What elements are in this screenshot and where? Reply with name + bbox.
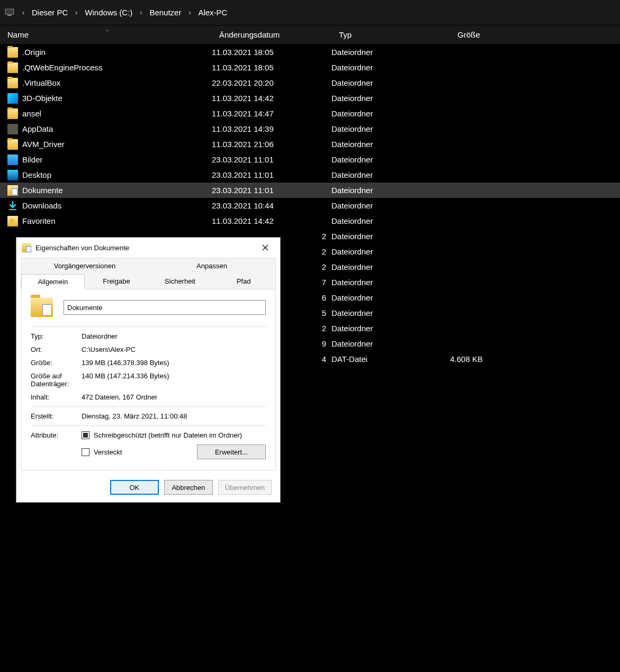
file-type: Dateiordner xyxy=(331,232,450,241)
dialog-title: Eigenschaften von Dokumente xyxy=(35,244,254,252)
breadcrumb-item[interactable]: Dieser PC xyxy=(28,6,72,19)
tab-customize[interactable]: Anpassen xyxy=(148,258,275,274)
folder-icon xyxy=(7,47,18,58)
file-type: Dateiordner xyxy=(331,124,450,133)
dialog-inner: Vorgängerversionen Anpassen Allgemein Fr… xyxy=(21,258,276,470)
folder-icon xyxy=(7,108,18,119)
file-size: 4.608 KB xyxy=(450,355,620,364)
folder-name-input[interactable] xyxy=(64,300,266,315)
properties-dialog: Eigenschaften von Dokumente Vorgängerver… xyxy=(16,237,281,503)
advanced-button[interactable]: Erweitert... xyxy=(197,444,266,459)
file-date: 23.03.2021 11:01 xyxy=(212,155,331,164)
chevron-icon: › xyxy=(19,9,28,16)
file-row[interactable]: ansel11.03.2021 14:47Dateiordner xyxy=(0,106,620,121)
file-name: .VirtualBox xyxy=(22,78,212,87)
file-type: Dateiordner xyxy=(331,324,450,333)
downloads-icon xyxy=(7,201,18,211)
column-header-name[interactable]: Name ˄ xyxy=(0,30,212,39)
value-size-on-disk: 140 MB (147.214.336 Bytes) xyxy=(82,372,266,388)
file-row[interactable]: Dokumente23.03.2021 11:01Dateiordner xyxy=(0,183,620,198)
label-contents: Inhalt: xyxy=(31,393,82,401)
tab-row-top: Vorgängerversionen Anpassen xyxy=(21,258,275,274)
file-type: Dateiordner xyxy=(331,94,450,103)
ok-button[interactable]: OK xyxy=(110,480,159,495)
pc-icon xyxy=(4,7,15,18)
file-name: Downloads xyxy=(22,201,212,210)
file-row[interactable]: Bilder23.03.2021 11:01Dateiordner xyxy=(0,152,620,167)
label-size-on-disk: Größe auf Datenträger: xyxy=(31,372,82,388)
chevron-icon: › xyxy=(72,9,80,16)
file-row[interactable]: .QtWebEngineProcess11.03.2021 18:05Datei… xyxy=(0,60,620,75)
value-size: 139 MB (146.378.398 Bytes) xyxy=(82,359,266,367)
file-type: Dateiordner xyxy=(331,48,450,57)
file-name: ansel xyxy=(22,109,212,118)
value-type: Dateiordner xyxy=(82,332,266,340)
label-attributes: Attribute: xyxy=(31,431,82,439)
label-readonly: Schreibgeschützt (betrifft nur Dateien i… xyxy=(94,431,242,439)
label-type: Typ: xyxy=(31,332,82,340)
cancel-button[interactable]: Abbrechen xyxy=(164,480,213,495)
file-date: 11.03.2021 14:39 xyxy=(212,124,331,133)
folder-icon xyxy=(7,62,18,73)
column-header-size[interactable]: Größe xyxy=(450,30,620,39)
tab-general[interactable]: Allgemein xyxy=(21,274,85,289)
label-size: Größe: xyxy=(31,359,82,367)
close-icon xyxy=(262,244,268,251)
column-header-type[interactable]: Typ xyxy=(331,30,450,39)
file-type: Dateiordner xyxy=(331,339,450,348)
breadcrumb-item[interactable]: Windows (C:) xyxy=(80,6,137,19)
label-created: Erstellt: xyxy=(31,412,82,420)
column-header-date[interactable]: Änderungsdatum xyxy=(212,30,331,39)
svg-rect-1 xyxy=(7,15,12,16)
file-row[interactable]: 3D-Objekte11.03.2021 14:42Dateiordner xyxy=(0,90,620,106)
file-row[interactable]: Desktop23.03.2021 11:01Dateiordner xyxy=(0,167,620,183)
file-date: 23.03.2021 11:01 xyxy=(212,170,331,179)
column-label: Größe xyxy=(457,30,480,39)
file-date: 23.03.2021 10:44 xyxy=(212,201,331,210)
close-button[interactable] xyxy=(254,240,277,256)
file-date: 23.03.2021 11:01 xyxy=(212,186,331,195)
file-row[interactable]: .Origin11.03.2021 18:05Dateiordner xyxy=(0,44,620,60)
documents-icon xyxy=(7,185,18,196)
tab-security[interactable]: Sicherheit xyxy=(148,274,212,289)
checkbox-hidden[interactable] xyxy=(82,448,89,456)
file-row[interactable]: Downloads23.03.2021 10:44Dateiordner xyxy=(0,198,620,213)
file-type: Dateiordner xyxy=(331,170,450,179)
file-type: Dateiordner xyxy=(331,155,450,164)
tab-location[interactable]: Pfad xyxy=(212,274,275,289)
tab-row-bottom: Allgemein Freigabe Sicherheit Pfad xyxy=(21,274,275,289)
appdata-icon xyxy=(7,124,18,134)
breadcrumb-item[interactable]: Alex-PC xyxy=(194,6,231,19)
file-type: Dateiordner xyxy=(331,293,450,302)
file-name: Bilder xyxy=(22,155,212,164)
chevron-icon: › xyxy=(185,9,194,16)
file-date: 11.03.2021 14:42 xyxy=(212,216,331,225)
file-type: Dateiordner xyxy=(331,247,450,256)
file-type: Dateiordner xyxy=(331,140,450,149)
tab-previous-versions[interactable]: Vorgängerversionen xyxy=(21,258,148,274)
breadcrumb-item[interactable]: Benutzer xyxy=(145,6,185,19)
file-row[interactable]: AVM_Driver11.03.2021 21:06Dateiordner xyxy=(0,137,620,152)
file-date: 11.03.2021 18:05 xyxy=(212,63,331,72)
checkbox-readonly[interactable] xyxy=(82,431,89,439)
file-name: Favoriten xyxy=(22,216,212,225)
3d-objects-icon xyxy=(7,93,18,104)
dialog-button-row: OK Abbrechen Übernehmen xyxy=(16,475,280,502)
file-type: Dateiordner xyxy=(331,186,450,195)
file-row[interactable]: AppData11.03.2021 14:39Dateiordner xyxy=(0,121,620,137)
folder-icon xyxy=(7,78,18,88)
file-row[interactable]: .VirtualBox22.03.2021 20:20Dateiordner xyxy=(0,75,620,90)
file-type: Dateiordner xyxy=(331,201,450,210)
file-name: .QtWebEngineProcess xyxy=(22,63,212,72)
file-name: AVM_Driver xyxy=(22,140,212,149)
svg-rect-0 xyxy=(5,9,14,14)
file-name: Desktop xyxy=(22,170,212,179)
tab-sharing[interactable]: Freigabe xyxy=(85,274,148,289)
file-type: Dateiordner xyxy=(331,308,450,317)
file-date: 11.03.2021 14:47 xyxy=(212,109,331,118)
file-date: 22.03.2021 20:20 xyxy=(212,78,331,87)
apply-button[interactable]: Übernehmen xyxy=(218,480,272,495)
file-row[interactable]: Favoriten11.03.2021 14:42Dateiordner xyxy=(0,213,620,229)
dialog-titlebar[interactable]: Eigenschaften von Dokumente xyxy=(16,238,280,258)
breadcrumb-bar: › Dieser PC › Windows (C:) › Benutzer › … xyxy=(0,0,620,25)
